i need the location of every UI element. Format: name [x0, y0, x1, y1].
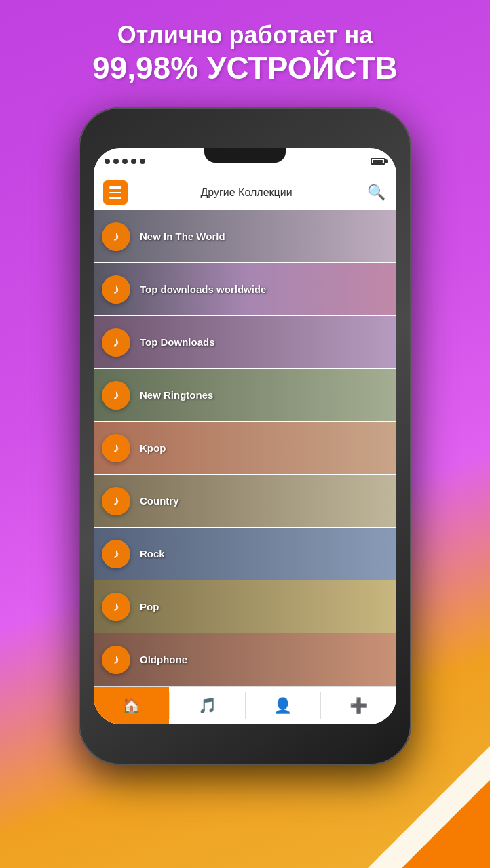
music-note-icon-6: ♪: [113, 493, 119, 509]
music-note-icon-8: ♪: [113, 599, 119, 614]
category-label-9: Oldphone: [140, 654, 187, 665]
music-icon-4: ♪: [102, 381, 130, 410]
music-icon-5: ♪: [102, 434, 130, 462]
list-item[interactable]: ♪ Country: [94, 475, 396, 528]
category-list: ♪ New In The World ♪ Top downloads world…: [94, 210, 396, 686]
add-icon: ➕: [350, 697, 368, 715]
category-label-4: New Ringtones: [140, 389, 213, 401]
promo-line2: 99,98% УСТРОЙСТВ: [92, 50, 398, 87]
category-label-3: Top Downloads: [140, 336, 215, 348]
music-library-icon: 🎵: [198, 697, 216, 715]
music-icon-1: ♪: [102, 222, 130, 251]
battery-fill: [373, 160, 383, 163]
nav-home[interactable]: 🏠: [94, 687, 169, 724]
music-icon-3: ♪: [102, 328, 130, 357]
item-overlay-8: [94, 580, 396, 633]
promo-header: Отлично работает на 99,98% УСТРОЙСТВ: [79, 0, 411, 100]
music-icon-6: ♪: [102, 487, 130, 515]
list-item[interactable]: ♪ Oldphone: [94, 633, 396, 686]
item-overlay-3: [94, 316, 396, 368]
music-icon-7: ♪: [102, 540, 130, 568]
list-item[interactable]: ♪ Top downloads worldwide: [94, 263, 396, 316]
category-label-2: Top downloads worldwide: [140, 283, 266, 295]
music-note-icon-3: ♪: [113, 334, 119, 350]
hamburger-line-1: [109, 186, 121, 189]
category-label-5: Kpop: [140, 442, 166, 454]
item-overlay-4: [94, 369, 396, 421]
item-overlay-7: [94, 528, 396, 580]
bottom-navigation: 🏠 🎵 👤 ➕: [94, 686, 396, 724]
item-overlay-5: [94, 422, 396, 474]
nav-music[interactable]: 🎵: [170, 687, 245, 724]
item-overlay-6: [94, 475, 396, 527]
hamburger-line-2: [109, 192, 121, 194]
signal-dot-1: [105, 159, 110, 164]
music-note-icon-4: ♪: [113, 387, 119, 403]
status-signal: [105, 159, 145, 164]
signal-dot-3: [122, 159, 128, 164]
hamburger-line-3: [109, 197, 121, 199]
music-note-icon-5: ♪: [113, 440, 119, 456]
category-label-8: Pop: [140, 601, 159, 612]
list-item[interactable]: ♪ New Ringtones: [94, 369, 396, 422]
category-label-7: Rock: [140, 548, 165, 559]
hamburger-button[interactable]: [103, 180, 128, 205]
search-button[interactable]: 🔍: [365, 182, 387, 203]
signal-dot-4: [131, 159, 136, 164]
nav-profile[interactable]: 👤: [246, 687, 321, 724]
search-icon: 🔍: [367, 184, 385, 201]
phone-body: Другие Коллекции 🔍 ♪ New In The World: [79, 107, 411, 765]
signal-dot-5: [140, 159, 145, 164]
item-overlay-1: [94, 210, 396, 262]
music-icon-8: ♪: [102, 593, 130, 621]
app-title: Другие Коллекции: [128, 186, 365, 199]
music-icon-2: ♪: [102, 275, 130, 304]
app-header: Другие Коллекции 🔍: [94, 175, 396, 210]
music-note-icon-1: ♪: [113, 229, 119, 244]
home-icon: 🏠: [122, 697, 140, 715]
list-item[interactable]: ♪ Rock: [94, 528, 396, 580]
category-label-6: Country: [140, 495, 179, 507]
profile-icon: 👤: [274, 697, 292, 715]
phone-mockup: Другие Коллекции 🔍 ♪ New In The World: [79, 107, 411, 765]
item-overlay-9: [94, 633, 396, 686]
list-item[interactable]: ♪ Pop: [94, 580, 396, 633]
status-battery: [371, 158, 385, 165]
list-item[interactable]: ♪ New In The World: [94, 210, 396, 263]
category-label-1: New In The World: [140, 231, 225, 242]
nav-add[interactable]: ➕: [321, 687, 396, 724]
music-note-icon-2: ♪: [113, 281, 119, 297]
music-note-icon-7: ♪: [113, 546, 119, 561]
signal-dot-2: [113, 159, 119, 164]
phone-screen: Другие Коллекции 🔍 ♪ New In The World: [94, 148, 396, 724]
phone-notch: [204, 148, 286, 163]
list-item[interactable]: ♪ Top Downloads: [94, 316, 396, 369]
promo-line1: Отлично работает на: [92, 20, 398, 50]
music-note-icon-9: ♪: [113, 652, 119, 667]
music-icon-9: ♪: [102, 646, 130, 674]
list-item[interactable]: ♪ Kpop: [94, 422, 396, 475]
